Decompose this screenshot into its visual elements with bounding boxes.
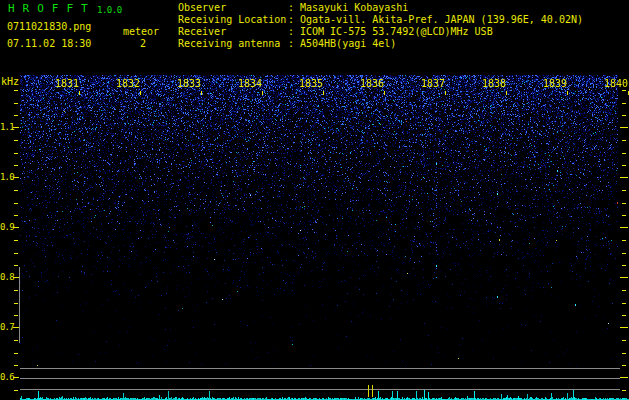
y-minor-tick-left <box>14 290 18 291</box>
y-axis-label: 1.0 <box>0 172 13 182</box>
y-minor-tick-right <box>622 240 626 241</box>
hrofft-screen: HROFFT 1.0.0 0711021830.png meteor 07.11… <box>0 0 629 400</box>
y-axis-label: 0.8 <box>0 272 13 282</box>
y-minor-tick-right <box>622 203 626 204</box>
y-minor-tick-right <box>622 215 626 216</box>
time-label: 1836 <box>358 79 384 89</box>
y-axis-label: 1.1 <box>0 122 13 132</box>
y-minor-tick-right <box>622 90 626 91</box>
time-label: 1834 <box>236 79 262 89</box>
time-tick <box>445 91 446 95</box>
y-minor-tick-left <box>14 215 18 216</box>
y-minor-tick-left <box>14 103 18 104</box>
y-minor-tick-left <box>14 115 18 116</box>
y-major-tick-left <box>13 327 19 328</box>
y-minor-tick-right <box>622 115 626 116</box>
y-major-tick-left <box>13 127 19 128</box>
time-tick <box>201 91 202 95</box>
time-label: 1832 <box>114 79 140 89</box>
time-tick <box>140 91 141 95</box>
time-label: 1839 <box>541 79 567 89</box>
y-minor-tick-left <box>14 190 18 191</box>
y-minor-tick-right <box>622 303 626 304</box>
y-minor-tick-right <box>622 365 626 366</box>
y-minor-tick-left <box>14 253 18 254</box>
y-minor-tick-left <box>14 340 18 341</box>
time-label: 1840 <box>602 79 628 89</box>
y-minor-tick-left <box>14 353 18 354</box>
time-tick <box>384 91 385 95</box>
time-label: 1835 <box>297 79 323 89</box>
y-major-tick-left <box>13 227 19 228</box>
y-major-tick-right <box>620 377 628 378</box>
y-axis-unit: kHz <box>1 76 19 87</box>
y-minor-tick-right <box>622 190 626 191</box>
y-major-tick-right <box>620 127 628 128</box>
signal-trace-canvas <box>20 368 629 400</box>
y-minor-tick-right <box>622 315 626 316</box>
time-tick <box>262 91 263 95</box>
y-minor-tick-left <box>14 90 18 91</box>
y-minor-tick-right <box>622 340 626 341</box>
y-minor-tick-right <box>622 390 626 391</box>
y-minor-tick-right <box>622 140 626 141</box>
left-axis-segment <box>19 267 20 343</box>
y-minor-tick-right <box>622 253 626 254</box>
y-minor-tick-right <box>622 103 626 104</box>
time-label: 1833 <box>175 79 201 89</box>
y-minor-tick-left <box>14 153 18 154</box>
y-minor-tick-left <box>14 265 18 266</box>
y-major-tick-left <box>13 377 19 378</box>
y-minor-tick-right <box>622 165 626 166</box>
time-label: 1831 <box>53 79 79 89</box>
y-major-tick-right <box>620 227 628 228</box>
y-minor-tick-right <box>622 153 626 154</box>
y-major-tick-right <box>620 177 628 178</box>
y-minor-tick-left <box>14 240 18 241</box>
time-tick <box>506 91 507 95</box>
y-major-tick-left <box>13 277 19 278</box>
time-label: 1837 <box>419 79 445 89</box>
y-minor-tick-left <box>14 315 18 316</box>
time-label: 1838 <box>480 79 506 89</box>
y-axis-label: 0.7 <box>0 322 13 332</box>
y-minor-tick-left <box>14 390 18 391</box>
y-minor-tick-left <box>14 140 18 141</box>
y-axis-label: 0.9 <box>0 222 13 232</box>
spectrogram-canvas <box>20 75 618 366</box>
time-tick <box>567 91 568 95</box>
time-tick <box>323 91 324 95</box>
y-major-tick-right <box>620 327 628 328</box>
time-tick <box>79 91 80 95</box>
y-minor-tick-left <box>14 365 18 366</box>
y-minor-tick-left <box>14 303 18 304</box>
y-minor-tick-left <box>14 203 18 204</box>
y-minor-tick-right <box>622 290 626 291</box>
chart-area: kHz 1.11.00.90.80.70.6183118321833183418… <box>0 0 629 400</box>
y-minor-tick-right <box>622 265 626 266</box>
y-major-tick-left <box>13 177 19 178</box>
y-axis-label: 0.6 <box>0 372 13 382</box>
y-minor-tick-left <box>14 165 18 166</box>
y-minor-tick-right <box>622 353 626 354</box>
y-major-tick-right <box>620 277 628 278</box>
